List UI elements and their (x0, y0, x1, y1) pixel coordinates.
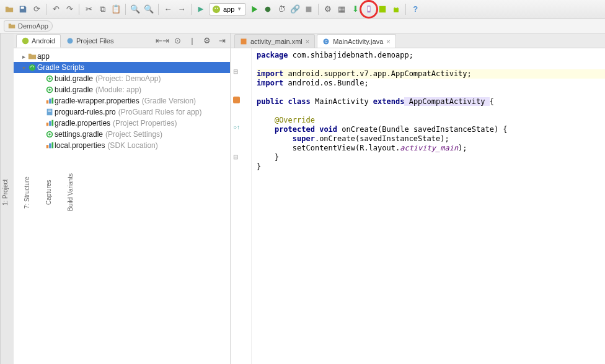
svg-rect-28 (49, 144, 51, 149)
editor-gutter[interactable]: ⊟ ○↑ ⊟ (231, 48, 252, 364)
svg-point-3 (217, 7, 218, 9)
target-icon[interactable]: ⊙ (172, 35, 183, 46)
forward-icon[interactable]: → (176, 4, 187, 15)
editor-tabs: activity_main.xml × C MainActivity.java … (231, 33, 605, 48)
svg-rect-8 (379, 6, 386, 12)
tree-row[interactable]: build.gradle(Project: DemoApp) (14, 73, 230, 84)
tree-label: build.gradle (55, 74, 93, 83)
tool-tab-build-variants[interactable]: Build Variants (66, 171, 75, 214)
save-icon[interactable] (17, 4, 29, 15)
tree-label: Gradle Scripts (37, 63, 84, 72)
tree-label: gradle-wrapper.properties (55, 97, 139, 105)
layout-inspector-icon[interactable]: ⬇ (350, 4, 361, 15)
tree-label: app (37, 52, 50, 61)
attach-debugger-icon[interactable]: 🔗 (289, 4, 301, 15)
close-icon[interactable]: × (306, 38, 309, 45)
tool-tab-structure[interactable]: 7: Structure (22, 174, 32, 211)
tree-row[interactable]: build.gradle(Module: app) (14, 84, 230, 95)
tree-hint: (Gradle Version) (142, 97, 196, 105)
run-config-selector[interactable]: app ▼ (209, 3, 246, 15)
redo-icon[interactable]: ↷ (64, 4, 75, 15)
tree-hint: (SDK Location) (107, 141, 157, 150)
replace-icon[interactable]: 🔍 (143, 4, 154, 15)
editor-tab-activity-xml[interactable]: activity_main.xml × (234, 34, 315, 48)
device-monitor-icon[interactable] (363, 4, 374, 15)
profile-icon[interactable]: ⏱ (276, 4, 287, 15)
file-icon (45, 119, 55, 128)
code-editor[interactable]: package com.shibajidebnath.demoapp; impo… (252, 48, 605, 364)
svg-point-11 (29, 64, 36, 71)
avd-manager-icon[interactable]: ⚙ (322, 4, 333, 15)
file-icon (27, 52, 37, 61)
tree-row[interactable]: settings.gradle(Project Settings) (14, 129, 230, 140)
paste-icon[interactable]: 📋 (110, 4, 121, 15)
tree-row[interactable]: ▸app (14, 51, 230, 62)
open-icon[interactable] (4, 4, 15, 15)
project-tab-files[interactable]: Project Files (61, 34, 120, 48)
tree-label: proguard-rules.pro (55, 108, 116, 116)
stop-icon[interactable] (303, 4, 314, 15)
editor-tab-mainactivity[interactable]: C MainActivity.java × (317, 34, 396, 48)
tree-label: settings.gradle (55, 130, 103, 139)
tree-label: gradle.properties (55, 119, 110, 128)
find-icon[interactable]: 🔍 (130, 4, 141, 15)
help-icon[interactable]: ? (410, 4, 421, 15)
copy-icon[interactable]: ⧉ (97, 4, 108, 15)
svg-rect-22 (46, 123, 49, 126)
back-icon[interactable]: ← (162, 4, 174, 15)
main-toolbar: ⟳ ↶ ↷ ✂ ⧉ 📋 🔍 🔍 ← → app ▼ ⏱ 🔗 ⚙ ▦ ⬇ ? (0, 0, 605, 19)
run-icon[interactable] (249, 4, 260, 15)
file-icon (45, 141, 55, 150)
svg-rect-24 (52, 120, 54, 126)
sync-icon[interactable]: ⟳ (31, 4, 42, 15)
breadcrumb-item[interactable]: DemoApp (4, 20, 53, 32)
breadcrumb: DemoApp (0, 19, 605, 33)
file-icon (45, 108, 55, 116)
tree-hint: (Project Settings) (105, 130, 162, 139)
divider-icon: | (187, 35, 198, 46)
debug-icon[interactable] (262, 4, 273, 15)
svg-rect-16 (46, 100, 49, 103)
close-icon[interactable]: × (386, 38, 390, 45)
main-area: 1: Project 7: Structure Captures Build V… (0, 33, 605, 364)
hide-icon[interactable]: ⇥ (216, 35, 227, 46)
gear-icon[interactable]: ⚙ (201, 35, 213, 46)
tree-row[interactable]: gradle-wrapper.properties(Gradle Version… (14, 95, 230, 106)
android-icon[interactable] (391, 4, 402, 15)
dropdown-chevron-icon: ▼ (237, 6, 242, 12)
svg-point-4 (265, 6, 271, 12)
project-panel-tabs: Android Project Files ⇤⇥ ⊙ | ⚙ ⇥ (14, 33, 230, 48)
tree-row[interactable]: ▾Gradle Scripts (14, 62, 230, 73)
svg-text:C: C (325, 40, 328, 43)
make-icon[interactable] (195, 4, 206, 15)
svg-point-9 (22, 37, 29, 44)
undo-icon[interactable]: ↶ (50, 4, 61, 15)
left-tool-window-bar: 1: Project 7: Structure Captures Build V… (0, 33, 14, 364)
tree-row[interactable]: local.properties(SDK Location) (14, 140, 230, 151)
tree-row[interactable]: proguard-rules.pro(ProGuard Rules for ap… (14, 106, 230, 118)
tree-hint: (Project: DemoApp) (95, 74, 161, 83)
tool-tab-project[interactable]: 1: Project (1, 177, 10, 208)
theme-editor-icon[interactable] (377, 4, 388, 15)
tree-row[interactable]: gradle.properties(Project Properties) (14, 118, 230, 129)
tree-arrow-icon[interactable]: ▸ (20, 53, 27, 60)
editor-area: activity_main.xml × C MainActivity.java … (231, 33, 605, 364)
project-tab-android[interactable]: Android (16, 34, 61, 48)
tree-hint: (Project Properties) (113, 119, 177, 128)
svg-rect-21 (48, 111, 51, 112)
tree-hint: (ProGuard Rules for app) (118, 108, 202, 116)
sdk-manager-icon[interactable]: ▦ (336, 4, 347, 15)
svg-rect-18 (52, 98, 54, 104)
tree-arrow-icon[interactable]: ▾ (20, 64, 27, 71)
tree-hint: (Module: app) (95, 85, 141, 94)
file-icon (27, 63, 37, 72)
file-icon (45, 130, 55, 139)
svg-rect-0 (21, 6, 24, 9)
svg-point-1 (213, 5, 220, 12)
collapse-icon[interactable]: ⇤⇥ (157, 35, 168, 46)
tool-tab-captures[interactable]: Captures (44, 178, 53, 208)
cut-icon[interactable]: ✂ (83, 4, 94, 15)
svg-rect-17 (49, 99, 51, 104)
svg-point-2 (214, 7, 216, 9)
svg-rect-27 (46, 145, 49, 148)
